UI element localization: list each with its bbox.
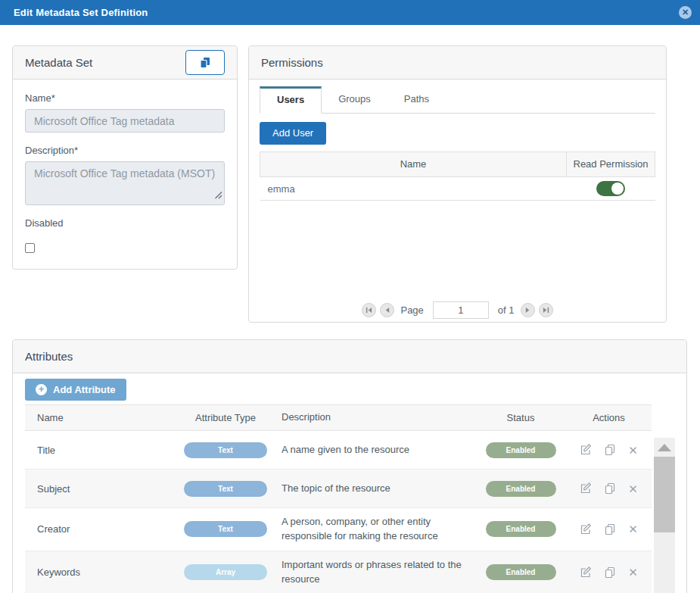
edit-icon[interactable] (580, 523, 592, 535)
permissions-header: Permissions (249, 46, 666, 80)
attributes-table-rows: TitleTextA name given to the resourceEna… (25, 431, 652, 593)
attributes-panel: Attributes + Add Attribute Name Attribut… (12, 339, 687, 593)
attributes-header: Attributes (13, 340, 686, 373)
close-icon[interactable]: ✕ (679, 6, 692, 19)
read-permission-toggle[interactable] (596, 181, 625, 196)
metadata-set-title: Metadata Set (25, 56, 92, 69)
permissions-column-name: Name (260, 152, 567, 177)
attributes-body: + Add Attribute Name Attribute Type Desc… (13, 373, 686, 593)
add-user-button[interactable]: Add User (260, 122, 326, 145)
name-label: Name* (25, 92, 225, 104)
attribute-status-badge: Enabled (486, 564, 556, 580)
permissions-column-read: Read Permission (567, 152, 655, 177)
attributes-column-name: Name (25, 412, 180, 423)
page-number-input[interactable] (433, 301, 489, 319)
attribute-name: Creator (25, 523, 180, 535)
next-page-icon[interactable] (521, 303, 535, 317)
copy-icon[interactable] (604, 523, 616, 535)
attributes-column-description: Description (271, 410, 475, 425)
plus-icon: + (36, 384, 47, 395)
edit-icon[interactable] (580, 444, 592, 456)
toggle-knob (611, 183, 624, 195)
permissions-body: Users Groups Paths Add User Name Read Pe… (249, 86, 666, 329)
attribute-type-badge: Array (184, 564, 267, 580)
attribute-status-badge: Enabled (486, 442, 556, 458)
name-field[interactable] (25, 109, 225, 133)
permissions-tabs: Users Groups Paths (260, 86, 655, 114)
add-attribute-label: Add Attribute (53, 384, 116, 395)
permission-row: emma (260, 177, 655, 201)
copy-icon[interactable] (604, 444, 616, 456)
delete-icon[interactable]: ✕ (628, 566, 638, 578)
dialog-titlebar: Edit Metadata Set Definition ✕ (0, 0, 700, 25)
scroll-up-icon[interactable] (658, 444, 671, 451)
attribute-description: Important words or phrases related to th… (271, 551, 475, 593)
attribute-description: The topic of the resource (271, 475, 475, 503)
attributes-table: Name Attribute Type Description Status A… (25, 404, 652, 593)
copy-icon[interactable] (604, 566, 616, 579)
page-of-label: of 1 (498, 304, 515, 316)
permissions-table: Name Read Permission emma (260, 151, 655, 201)
attributes-title: Attributes (25, 350, 73, 363)
scrollbar-thumb[interactable] (654, 457, 675, 532)
attributes-column-type: Attribute Type (180, 412, 271, 423)
attribute-type-badge: Text (184, 521, 267, 537)
first-page-icon[interactable] (362, 303, 376, 317)
metadata-set-body: Name* Description* Microsoft Office Tag … (13, 80, 237, 269)
page-label: Page (400, 304, 423, 316)
edit-metadata-set-dialog: Edit Metadata Set Definition ✕ Metadata … (0, 0, 700, 593)
tab-users[interactable]: Users (260, 86, 322, 114)
add-attribute-button[interactable]: + Add Attribute (25, 379, 126, 401)
attributes-column-status: Status (475, 412, 566, 423)
attributes-column-actions: Actions (566, 412, 652, 423)
delete-icon[interactable]: ✕ (628, 445, 638, 456)
attribute-type-badge: Text (184, 481, 267, 497)
dialog-title: Edit Metadata Set Definition (14, 7, 148, 18)
copy-metadata-set-button[interactable] (185, 50, 225, 75)
permissions-panel: Permissions Users Groups Paths Add User … (248, 45, 667, 323)
description-field-wrap: Microsoft Office Tag metadata (MSOT) (25, 161, 225, 205)
attribute-status-badge: Enabled (486, 521, 556, 537)
description-field[interactable]: Microsoft Office Tag metadata (MSOT) (25, 161, 225, 205)
copy-icon (199, 57, 211, 69)
last-page-icon[interactable] (539, 303, 553, 317)
permissions-table-body: emma (260, 177, 655, 201)
permissions-title: Permissions (261, 56, 323, 69)
attribute-status-badge: Enabled (486, 481, 556, 497)
attribute-row: CreatorTextA person, company, or other e… (25, 508, 652, 551)
delete-icon[interactable]: ✕ (628, 483, 638, 495)
disabled-label: Disabled (25, 217, 225, 229)
attribute-type-badge: Text (184, 442, 267, 458)
copy-icon[interactable] (604, 482, 616, 495)
attribute-name: Title (25, 445, 180, 456)
attributes-scrollbar[interactable] (654, 438, 675, 593)
attribute-name: Subject (25, 483, 180, 495)
attributes-table-header: Name Attribute Type Description Status A… (25, 404, 652, 431)
pagination: Page of 1 (249, 301, 666, 319)
disabled-checkbox[interactable] (25, 243, 35, 253)
permission-user-name: emma (260, 177, 567, 201)
attribute-row: SubjectTextThe topic of the resourceEnab… (25, 470, 652, 508)
attribute-row: TitleTextA name given to the resourceEna… (25, 431, 652, 470)
description-label: Description* (25, 145, 225, 156)
edit-icon[interactable] (580, 482, 592, 495)
edit-icon[interactable] (580, 566, 592, 579)
metadata-set-header: Metadata Set (13, 46, 237, 80)
attribute-name: Keywords (25, 566, 180, 578)
attribute-description: A name given to the resource (271, 436, 475, 464)
tab-paths[interactable]: Paths (387, 86, 446, 113)
tab-groups[interactable]: Groups (322, 86, 387, 113)
attribute-row: KeywordsArrayImportant words or phrases … (25, 551, 652, 593)
metadata-set-panel: Metadata Set Name* Description* Microsof… (12, 45, 238, 270)
previous-page-icon[interactable] (380, 303, 394, 317)
delete-icon[interactable]: ✕ (628, 523, 638, 535)
attribute-description: A person, company, or other entity respo… (271, 508, 475, 551)
